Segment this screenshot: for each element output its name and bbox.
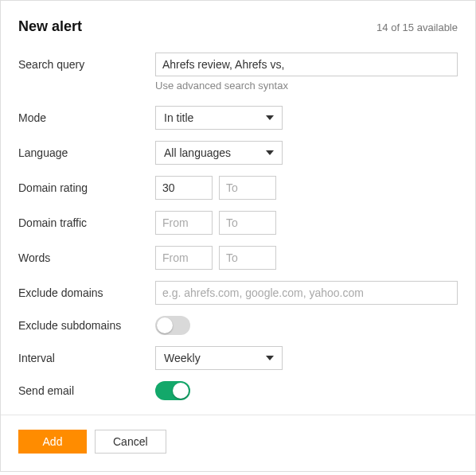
language-select-value: All languages xyxy=(164,146,231,159)
exclude-subdomains-toggle[interactable] xyxy=(155,316,190,335)
toggle-knob xyxy=(157,317,173,333)
exclude-subdomains-label: Exclude subdomains xyxy=(18,319,155,332)
language-select[interactable]: All languages xyxy=(155,141,283,165)
domain-rating-to-input[interactable] xyxy=(219,176,276,200)
domain-rating-from-input[interactable] xyxy=(155,176,213,200)
words-from-input[interactable] xyxy=(155,246,213,270)
chevron-down-icon xyxy=(266,150,274,155)
exclude-domains-label: Exclude domains xyxy=(18,286,155,299)
send-email-label: Send email xyxy=(18,384,155,397)
search-query-hint: Use advanced search syntax xyxy=(155,80,458,91)
chevron-down-icon xyxy=(266,356,274,360)
interval-select[interactable]: Weekly xyxy=(155,346,283,370)
availability-text: 14 of 15 available xyxy=(377,21,458,33)
words-label: Words xyxy=(18,251,155,264)
mode-select[interactable]: In title xyxy=(155,106,283,130)
language-label: Language xyxy=(18,146,155,159)
cancel-button[interactable]: Cancel xyxy=(95,430,166,454)
search-query-label: Search query xyxy=(18,58,155,71)
domain-traffic-to-input[interactable] xyxy=(219,211,276,235)
new-alert-modal: New alert 14 of 15 available Search quer… xyxy=(0,0,476,472)
interval-label: Interval xyxy=(18,352,155,364)
chevron-down-icon xyxy=(266,115,274,120)
search-query-input[interactable] xyxy=(155,53,458,76)
modal-title: New alert xyxy=(18,18,82,35)
exclude-domains-input[interactable] xyxy=(155,281,458,305)
words-to-input[interactable] xyxy=(219,246,276,270)
domain-traffic-from-input[interactable] xyxy=(155,211,213,235)
modal-footer: Add Cancel xyxy=(1,415,475,471)
domain-rating-label: Domain rating xyxy=(18,181,155,194)
mode-select-value: In title xyxy=(164,111,193,124)
mode-label: Mode xyxy=(18,111,155,124)
interval-select-value: Weekly xyxy=(164,352,201,364)
send-email-toggle[interactable] xyxy=(155,381,190,400)
toggle-knob xyxy=(173,383,189,399)
domain-traffic-label: Domain traffic xyxy=(18,216,155,229)
add-button[interactable]: Add xyxy=(18,430,87,454)
